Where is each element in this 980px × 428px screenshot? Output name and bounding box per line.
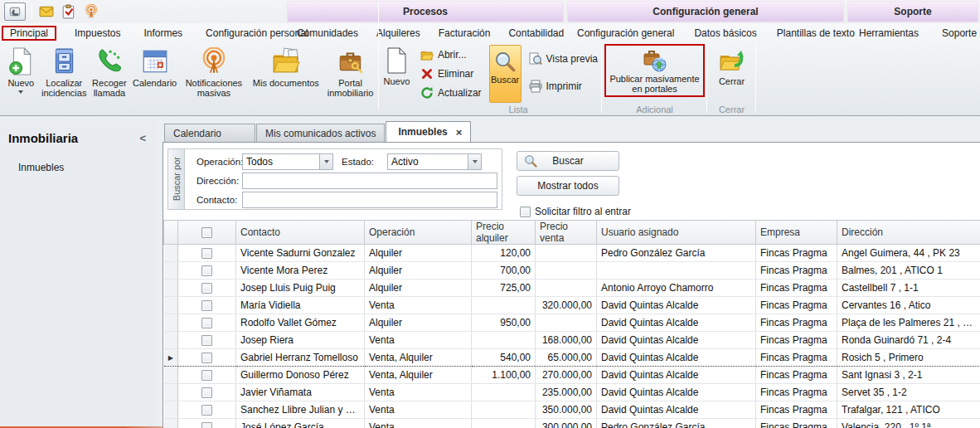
mass-notifications-button[interactable]: Notificaciones masivas: [180, 45, 247, 105]
row-checkbox[interactable]: [201, 300, 212, 311]
column-header-operacion[interactable]: Operación: [365, 221, 472, 245]
search-icon: [494, 51, 516, 72]
ribbon-tab-plantillas-de-texto[interactable]: Plantillas de texto: [772, 26, 860, 41]
cell-precio_venta: 168.000,00: [536, 332, 597, 349]
grid-select-all-header[interactable]: [178, 221, 236, 245]
mail-icon[interactable]: [38, 3, 55, 20]
row-checkbox[interactable]: [201, 265, 212, 276]
solicitar-filtro-checkbox[interactable]: [520, 207, 531, 217]
row-select-cell[interactable]: [178, 245, 236, 262]
row-checkbox[interactable]: [201, 405, 212, 416]
table-row[interactable]: Josep RieraVenta168.000,00David Quintas …: [164, 332, 980, 349]
row-checkbox[interactable]: [201, 283, 212, 294]
new-button[interactable]: Nuevo: [381, 45, 413, 105]
row-checkbox[interactable]: [201, 387, 212, 398]
ribbon: ProcesosConfiguración generalSoporte Pri…: [0, 0, 980, 116]
broadcast-icon[interactable]: [83, 3, 99, 20]
ribbon-tab-comunidades[interactable]: Comunidades: [292, 26, 363, 41]
calendar-button[interactable]: Calendario: [131, 45, 178, 105]
row-checkbox[interactable]: [201, 318, 212, 328]
table-row[interactable]: Sanchez Llibre Julian y Mari...Venta350.…: [164, 401, 980, 419]
column-header-contacto[interactable]: Contacto: [236, 221, 365, 245]
publish-to-portals-button[interactable]: Publicar masivamente en portales: [604, 44, 705, 97]
table-row[interactable]: Rodolfo Vallet GómezAlquiler950,00David …: [164, 314, 980, 332]
row-checkbox[interactable]: [201, 248, 212, 259]
row-select-cell[interactable]: [178, 297, 236, 314]
locate-incidents-button[interactable]: Localizar incidencias: [41, 45, 88, 105]
row-select-cell[interactable]: [178, 314, 236, 332]
table-row[interactable]: ▶Gabriel Herranz TomellosoVenta, Alquile…: [164, 349, 980, 367]
print-button[interactable]: Imprimir: [526, 79, 601, 94]
ribbon-tab-configuracion-general[interactable]: Configuración general: [572, 26, 679, 41]
show-all-button[interactable]: Mostrar todos: [517, 176, 619, 196]
ribbon-tab-datos-basicos[interactable]: Datos básicos: [689, 26, 761, 41]
open-button[interactable]: Abrir...: [417, 47, 485, 62]
ribbon-tab-row: PrincipalImpuestosInformesConfiguración …: [0, 23, 980, 43]
dropdown-button[interactable]: [319, 154, 332, 169]
cell-usuario: David Quintas Alcalde: [597, 384, 756, 401]
row-select-cell[interactable]: [178, 349, 236, 367]
column-header-empresa[interactable]: Empresa: [756, 221, 837, 245]
new-dropdown-button[interactable]: Nuevo: [3, 45, 39, 105]
collapse-sidebar-icon[interactable]: <: [139, 132, 146, 144]
row-select-cell[interactable]: [178, 332, 236, 349]
direccion-input[interactable]: [242, 173, 497, 189]
dropdown-button[interactable]: [468, 154, 481, 169]
operacion-dropdown[interactable]: Todos: [242, 153, 333, 170]
preview-button[interactable]: Vista previa: [526, 51, 601, 66]
tab-inmuebles[interactable]: Inmuebles×: [386, 121, 471, 142]
ribbon-tab-impuestos[interactable]: Impuestos: [70, 26, 125, 41]
column-header-precio-venta[interactable]: Precio venta: [536, 221, 597, 245]
app-phone-icon[interactable]: [4, 2, 26, 21]
blank-document-icon: [383, 47, 410, 74]
filter-panel-tab[interactable]: Buscar por: [168, 149, 185, 209]
row-checkbox[interactable]: [201, 370, 212, 381]
table-row[interactable]: Vicente Mora PerezAlquiler700,00Fincas P…: [164, 262, 980, 280]
cell-usuario: David Quintas Alcalde: [597, 401, 756, 419]
row-select-cell[interactable]: [178, 419, 236, 428]
search-button-ribbon[interactable]: Buscar: [489, 45, 522, 103]
row-checkbox[interactable]: [201, 353, 212, 363]
column-header-precio-alquiler[interactable]: Precio alquiler: [472, 221, 536, 245]
table-row[interactable]: Josep Lluis Puig PuigAlquiler725,00Anton…: [164, 280, 980, 297]
select-all-checkbox[interactable]: [201, 227, 212, 238]
table-row[interactable]: Guillermo Donoso PérezVenta, Alquiler1.1…: [164, 367, 980, 384]
ribbon-tab-alquileres[interactable]: Alquileres: [371, 26, 425, 41]
my-documents-button[interactable]: Mis documentos: [250, 45, 323, 105]
real-estate-portal-button[interactable]: Portal inmobiliario: [324, 45, 376, 105]
ribbon-tab-contabilidad[interactable]: Contabilidad: [503, 26, 569, 41]
clipboard-check-icon[interactable]: [61, 3, 77, 20]
tab-calendario[interactable]: Calendario: [164, 124, 255, 142]
close-icon[interactable]: ×: [456, 126, 463, 139]
column-header-usuario-asignado[interactable]: Usuario asignado: [597, 221, 756, 245]
ribbon-tab-soporte[interactable]: Soporte: [937, 26, 980, 41]
table-row[interactable]: Javier ViñamataVenta235.000,00David Quin…: [164, 384, 980, 401]
row-checkbox[interactable]: [201, 335, 212, 346]
ribbon-tab-herramientas[interactable]: Herramientas: [854, 26, 924, 41]
table-row[interactable]: María VidiellaVenta320.000,00David Quint…: [164, 297, 980, 314]
search-button[interactable]: Buscar: [517, 151, 619, 171]
row-select-cell[interactable]: [178, 384, 236, 401]
row-checkbox[interactable]: [201, 422, 212, 428]
delete-button[interactable]: Eliminar: [417, 66, 485, 81]
estado-dropdown[interactable]: Activo: [387, 153, 482, 170]
ribbon-button-area: Nuevo Localizar incidencias Recoger llam…: [0, 43, 980, 116]
table-row[interactable]: Vicente Sadurni GonzalezAlquiler120,00Pe…: [164, 245, 980, 262]
row-select-cell[interactable]: [178, 401, 236, 419]
ribbon-tab-informes[interactable]: Informes: [138, 26, 187, 41]
close-button[interactable]: Cerrar: [711, 45, 753, 105]
row-select-cell[interactable]: [178, 280, 236, 297]
ribbon-tab-facturacion[interactable]: Facturación: [434, 26, 496, 41]
column-header-direccion[interactable]: Dirección: [837, 221, 980, 245]
pickup-call-button[interactable]: Recoger llamada: [90, 45, 129, 105]
sidebar-item-inmuebles[interactable]: Inmuebles: [0, 159, 158, 176]
row-select-cell[interactable]: [178, 367, 236, 384]
table-row[interactable]: José López GarcíaVenta300.000,00Pedro Go…: [164, 419, 980, 428]
tab-mis-comunicados-activos[interactable]: Mis comunicados activos: [256, 124, 385, 142]
cell-precio_venta: [536, 280, 597, 297]
cell-empresa: Fincas Pragma: [756, 401, 837, 419]
row-select-cell[interactable]: [178, 262, 236, 280]
ribbon-tab-principal[interactable]: Principal: [2, 26, 56, 41]
contacto-input[interactable]: [242, 192, 497, 208]
refresh-button[interactable]: Actualizar: [417, 85, 485, 100]
